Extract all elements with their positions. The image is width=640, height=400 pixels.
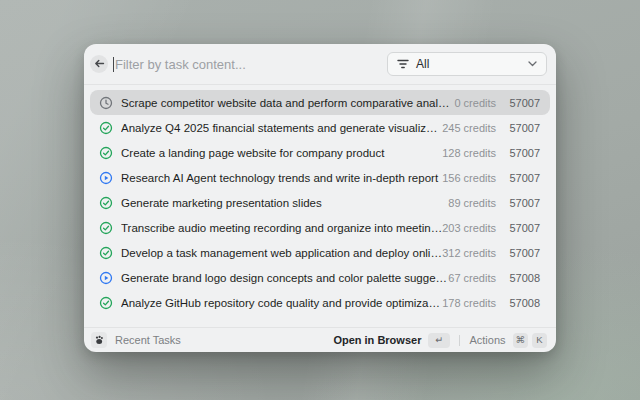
task-credits: 178 credits [442, 297, 496, 309]
check-circle-icon [99, 221, 113, 235]
task-credits: 89 credits [448, 197, 496, 209]
chevron-down-icon [528, 61, 537, 67]
task-text: Research AI Agent technology trends and … [121, 172, 442, 184]
task-id: 57007 [504, 197, 540, 209]
check-circle-icon [99, 196, 113, 210]
task-row[interactable]: Develop a task management web applicatio… [90, 240, 550, 265]
task-id: 57007 [504, 172, 540, 184]
task-text: Scrape competitor website data and perfo… [121, 97, 454, 109]
task-credits: 156 credits [442, 172, 496, 184]
footer-divider [459, 335, 460, 346]
task-filter-palette: All Scrape competitor website data and p… [84, 44, 556, 352]
footer-context-label: Recent Tasks [115, 334, 181, 346]
palette-footer: Recent Tasks Open in Browser ↵ Actions ⌘… [84, 327, 556, 352]
check-circle-icon [99, 246, 113, 260]
task-text: Generate brand logo design concepts and … [121, 272, 448, 284]
k-key: K [532, 333, 547, 348]
search-input[interactable] [114, 57, 387, 72]
task-credits: 203 credits [442, 222, 496, 234]
task-id: 57007 [504, 222, 540, 234]
clock-icon [99, 96, 113, 110]
task-row[interactable]: Transcribe audio meeting recording and o… [90, 215, 550, 240]
back-button[interactable] [90, 55, 108, 73]
task-row[interactable]: Scrape competitor website data and perfo… [90, 90, 550, 115]
app-badge-icon [91, 332, 107, 348]
palette-header: All [84, 44, 556, 85]
task-row[interactable]: Research AI Agent technology trends and … [90, 165, 550, 190]
task-list: Scrape competitor website data and perfo… [84, 85, 556, 327]
task-credits: 67 credits [448, 272, 496, 284]
filter-lines-icon [397, 59, 409, 69]
arrow-left-icon [94, 55, 105, 73]
task-id: 57008 [504, 297, 540, 309]
task-id: 57007 [504, 122, 540, 134]
check-circle-icon [99, 121, 113, 135]
cmd-key: ⌘ [513, 333, 529, 348]
play-circle-icon [99, 271, 113, 285]
open-in-browser-button[interactable]: Open in Browser [333, 334, 421, 346]
task-credits: 128 credits [442, 147, 496, 159]
filter-dropdown[interactable]: All [387, 52, 547, 76]
check-circle-icon [99, 146, 113, 160]
task-text: Analyze GitHub repository code quality a… [121, 297, 442, 309]
task-id: 57007 [504, 247, 540, 259]
task-text: Transcribe audio meeting recording and o… [121, 222, 442, 234]
task-row[interactable]: Create a landing page website for compan… [90, 140, 550, 165]
task-text: Create a landing page website for compan… [121, 147, 442, 159]
return-key: ↵ [428, 333, 450, 348]
task-row[interactable]: Generate brand logo design concepts and … [90, 265, 550, 290]
check-circle-icon [99, 296, 113, 310]
task-id: 57008 [504, 272, 540, 284]
task-id: 57007 [504, 97, 540, 109]
task-row[interactable]: Analyze GitHub repository code quality a… [90, 290, 550, 315]
task-credits: 245 credits [442, 122, 496, 134]
task-credits: 0 credits [454, 97, 496, 109]
play-circle-icon [99, 171, 113, 185]
filter-dropdown-value: All [416, 57, 521, 71]
task-credits: 312 credits [442, 247, 496, 259]
task-id: 57007 [504, 147, 540, 159]
task-text: Develop a task management web applicatio… [121, 247, 442, 259]
task-row[interactable]: Generate marketing presentation slides89… [90, 190, 550, 215]
task-text: Analyze Q4 2025 financial statements and… [121, 122, 442, 134]
task-text: Generate marketing presentation slides [121, 197, 448, 209]
actions-button[interactable]: Actions [469, 334, 505, 346]
task-row[interactable]: Analyze Q4 2025 financial statements and… [90, 115, 550, 140]
